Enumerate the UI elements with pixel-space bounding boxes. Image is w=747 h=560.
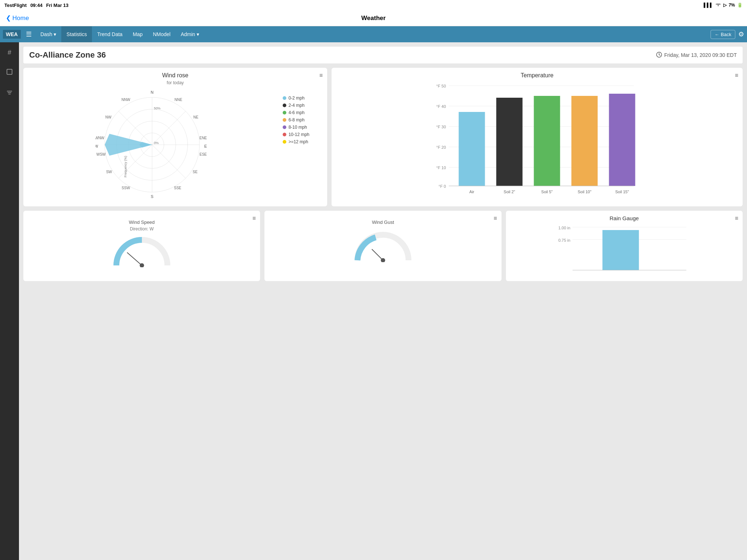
nav-item-admin[interactable]: Admin ▾ xyxy=(175,26,204,42)
zone-title: Co-Alliance Zone 36 xyxy=(29,50,106,60)
nav-item-trend-data[interactable]: Trend Data xyxy=(92,26,128,42)
crop-icon[interactable] xyxy=(3,65,16,80)
svg-text:ENE: ENE xyxy=(200,136,207,140)
wind-gust-menu[interactable]: ≡ xyxy=(494,215,497,222)
wind-gust-content: Wind Gust xyxy=(269,215,497,262)
svg-text:50%: 50% xyxy=(154,106,160,110)
home-label[interactable]: Home xyxy=(12,15,29,22)
svg-text:Soil 5": Soil 5" xyxy=(541,190,553,194)
battery-pct: 7% xyxy=(729,3,735,8)
legend-4-6: 4-6 mph xyxy=(283,110,323,115)
legend-dot-0-2 xyxy=(283,96,286,100)
legend-dot-4-6 xyxy=(283,111,286,114)
signal-icon: ▌▌▌ xyxy=(704,3,713,8)
svg-text:WSW: WSW xyxy=(97,152,106,156)
back-button[interactable]: ← Back xyxy=(711,30,735,39)
status-right: ▌▌▌ ▷ 7% 🔋 xyxy=(704,3,743,8)
svg-text:°F 50: °F 50 xyxy=(436,84,446,88)
nav-menu: Dash ▾ Statistics Trend Data Map NModel … xyxy=(35,26,711,42)
page-title: Weather xyxy=(361,15,386,22)
app-header: WEA ☰ Dash ▾ Statistics Trend Data Map N… xyxy=(0,26,747,42)
bar-soil-5 xyxy=(534,96,560,186)
nav-dash-dropdown-icon: ▾ xyxy=(54,31,56,37)
svg-line-6 xyxy=(659,55,660,55)
legend-12-plus: >=12 mph xyxy=(283,139,323,144)
svg-text:N: N xyxy=(151,90,154,94)
wind-rose-subtitle: for today xyxy=(28,80,323,85)
legend-6-8: 6-8 mph xyxy=(283,117,323,122)
legend-label-0-2: 0-2 mph xyxy=(289,96,305,101)
legend-2-4: 2-4 mph xyxy=(283,103,323,108)
svg-text:SSW: SSW xyxy=(122,186,130,190)
nav-right: ← Back ⚙ xyxy=(711,30,744,39)
rain-bar xyxy=(602,230,639,270)
svg-text:NE: NE xyxy=(194,115,199,119)
back-label: Back xyxy=(721,32,731,37)
nav-item-statistics[interactable]: Statistics xyxy=(61,26,92,42)
svg-text:SE: SE xyxy=(193,170,198,174)
app-logo: WEA xyxy=(3,30,21,39)
bar-air xyxy=(458,112,485,186)
hash-icon[interactable]: # xyxy=(5,46,14,59)
hamburger-button[interactable]: ☰ xyxy=(22,30,35,38)
legend-10-12: 10-12 mph xyxy=(283,132,323,137)
app-name: TestFlight xyxy=(4,3,27,8)
legend-dot-8-10 xyxy=(283,125,286,129)
chevron-left-icon: ❮ xyxy=(6,14,11,22)
svg-text:Frequency (%): Frequency (%) xyxy=(124,156,127,177)
nav-trend-label: Trend Data xyxy=(97,31,123,37)
bar-soil-15 xyxy=(609,94,635,186)
svg-line-53 xyxy=(127,253,142,265)
legend-label-4-6: 4-6 mph xyxy=(289,110,305,115)
wind-rose-menu[interactable]: ≡ xyxy=(320,72,323,79)
nav-item-dash[interactable]: Dash ▾ xyxy=(35,26,62,42)
svg-text:NW: NW xyxy=(105,115,112,119)
svg-text:NNW: NNW xyxy=(122,98,131,102)
temperature-menu[interactable]: ≡ xyxy=(735,72,738,79)
filter-icon[interactable] xyxy=(3,86,16,101)
svg-text:Soil 15": Soil 15" xyxy=(615,190,629,194)
content-area: Co-Alliance Zone 36 Friday, Mar 13, 2020… xyxy=(19,42,747,560)
rain-gauge-title: Rain Gauge xyxy=(510,215,738,221)
nav-admin-label: Admin xyxy=(181,31,195,37)
bottom-cards-row: ≡ Wind Speed Direction: W ≡ xyxy=(23,211,743,281)
nav-map-label: Map xyxy=(133,31,143,37)
status-left: TestFlight 09:44 Fri Mar 13 xyxy=(4,3,69,8)
svg-text:SW: SW xyxy=(106,170,112,174)
svg-text:0.75 in: 0.75 in xyxy=(558,238,570,242)
top-nav: ❮ Home Weather xyxy=(0,10,747,26)
svg-text:ESE: ESE xyxy=(200,152,207,156)
svg-rect-0 xyxy=(7,69,12,74)
page-header: Co-Alliance Zone 36 Friday, Mar 13, 2020… xyxy=(23,47,743,63)
nav-item-nmodel[interactable]: NModel xyxy=(148,26,175,42)
svg-text:SSE: SSE xyxy=(174,186,181,190)
wind-speed-menu[interactable]: ≡ xyxy=(252,215,256,222)
legend-dot-6-8 xyxy=(283,118,286,122)
svg-text:°F 20: °F 20 xyxy=(436,145,446,149)
wind-rose-chart: N NNE NE ENE E ESE SE SSE S SSW SW WSW xyxy=(28,88,277,201)
gear-button[interactable]: ⚙ xyxy=(738,30,744,38)
date-time: Friday, Mar 13, 2020 09:30 EDT xyxy=(656,52,737,59)
svg-text:Air: Air xyxy=(469,190,475,194)
wind-gust-label: Wind Gust xyxy=(372,219,394,225)
legend-label-8-10: 8-10 mph xyxy=(289,125,307,130)
sidebar: # xyxy=(0,42,19,560)
svg-text:NNE: NNE xyxy=(175,98,182,102)
date-time-text: Friday, Mar 13, 2020 09:30 EDT xyxy=(664,52,737,58)
legend-label-10-12: 10-12 mph xyxy=(289,132,309,137)
main-layout: # Co-Alliance Zone 36 Friday, Mar 13, 20… xyxy=(0,42,747,560)
svg-text:°F 30: °F 30 xyxy=(436,125,446,129)
bar-soil-2 xyxy=(496,98,522,186)
temperature-card: ≡ Temperature °F 50 °F 40 °F 30 °F 20 °F… xyxy=(332,68,743,206)
rain-gauge-card: ≡ Rain Gauge 1.00 in 0.75 in xyxy=(506,211,743,281)
svg-text:°F 40: °F 40 xyxy=(436,104,446,109)
battery-icon: 🔋 xyxy=(737,3,743,8)
wind-gust-card: ≡ Wind Gust xyxy=(264,211,501,281)
rain-gauge-menu[interactable]: ≡ xyxy=(735,215,738,222)
svg-text:°F 10: °F 10 xyxy=(436,166,446,170)
location-icon: ▷ xyxy=(723,3,727,8)
home-link[interactable]: ❮ Home xyxy=(6,14,29,22)
wind-rose-title: Wind rose xyxy=(28,72,323,79)
wind-legend: 0-2 mph 2-4 mph 4-6 mph 6-8 mph xyxy=(283,88,323,144)
nav-item-map[interactable]: Map xyxy=(128,26,148,42)
